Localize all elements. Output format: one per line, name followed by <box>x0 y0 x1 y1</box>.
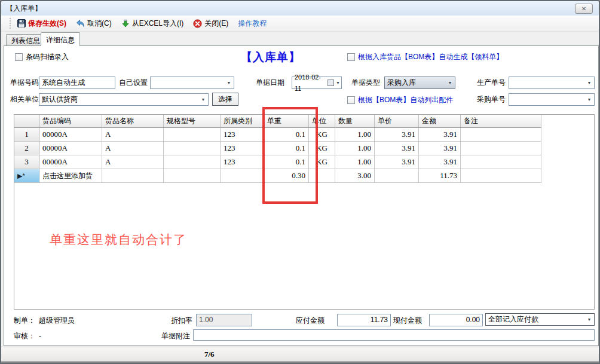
tab-detail-info[interactable]: 详细信息 <box>41 32 80 46</box>
cell-name[interactable]: A <box>102 128 164 142</box>
cell-price[interactable]: 3.91 <box>375 142 419 155</box>
cell-amount-total[interactable]: 11.73 <box>419 169 461 183</box>
col-header-amount[interactable]: 金额 <box>419 115 461 128</box>
col-header-price[interactable]: 单价 <box>375 115 419 128</box>
bom-generate-label: 根据入库货品【BOM表】自动生成【领料单】 <box>358 52 503 62</box>
cell-price[interactable]: 3.91 <box>375 155 419 169</box>
window-close-button[interactable]: ✕ <box>575 4 593 14</box>
row-header[interactable]: 1 <box>14 128 39 142</box>
row-header[interactable]: 3 <box>14 155 39 169</box>
cell-category[interactable]: 123 <box>221 155 264 169</box>
cell-price[interactable]: 3.91 <box>375 128 419 142</box>
chevron-down-icon: ▼ <box>586 94 593 105</box>
related-unit-value: 默认供货商 <box>42 95 78 103</box>
prod-no-label: 生产单号 <box>477 77 506 89</box>
prod-no-combobox[interactable]: ▼ <box>509 77 595 89</box>
chevron-down-icon: ▼ <box>225 77 232 88</box>
add-row-marker-icon[interactable]: ▶* <box>14 169 39 183</box>
doc-type-combobox[interactable]: 采购入库 ▼ <box>384 77 455 89</box>
col-header-unit-weight[interactable]: 单重 <box>264 115 309 128</box>
cell-name[interactable]: A <box>102 142 164 155</box>
cell-unit[interactable]: KG <box>309 155 335 169</box>
cell-category[interactable]: 123 <box>221 142 264 155</box>
maker-label: 制单： <box>14 314 35 326</box>
save-button-label: 保存生效(S) <box>28 19 66 29</box>
paid-input[interactable]: 0.00 <box>429 314 483 326</box>
close-form-button[interactable]: 关闭(E) <box>193 19 228 29</box>
chevron-down-icon: ▼ <box>586 314 593 325</box>
cell-unit-weight[interactable]: 0.1 <box>264 128 309 142</box>
doc-note-input[interactable] <box>193 329 595 341</box>
cell-note[interactable] <box>461 142 541 155</box>
discount-input[interactable]: 1.00 <box>196 314 252 326</box>
cell-unit-weight[interactable]: 0.1 <box>264 142 309 155</box>
chevron-down-icon: ▼ <box>446 77 454 88</box>
cell-name-empty[interactable] <box>102 169 164 183</box>
col-header-category[interactable]: 所属类别 <box>221 115 264 128</box>
bom-list-checkbox[interactable] <box>347 96 355 104</box>
cell-name[interactable]: A <box>102 155 164 169</box>
cell-qty[interactable]: 1.00 <box>335 142 375 155</box>
cell-spec[interactable] <box>164 128 221 142</box>
tab-list-info-label: 列表信息 <box>11 36 40 45</box>
cell-unit[interactable]: KG <box>309 128 335 142</box>
close-form-label: 关闭(E) <box>204 19 228 29</box>
cell-unit-weight[interactable]: 0.1 <box>264 155 309 169</box>
cell-amount[interactable]: 3.91 <box>419 155 461 169</box>
tab-list-info[interactable]: 列表信息 <box>6 34 45 46</box>
cell-note[interactable] <box>461 155 541 169</box>
save-button[interactable]: 保存生效(S) <box>17 19 66 29</box>
cell-note-empty[interactable] <box>461 169 541 183</box>
select-supplier-button[interactable]: 选择 <box>212 93 238 106</box>
cell-code[interactable]: 00000A <box>39 142 102 155</box>
maker-value: 超级管理员 <box>39 314 75 326</box>
cell-price-empty[interactable] <box>375 169 419 183</box>
row-header[interactable]: 2 <box>14 142 39 155</box>
col-header-name[interactable]: 货品名称 <box>102 115 164 128</box>
cell-category-empty[interactable] <box>221 169 264 183</box>
table-row: 2 00000A A 123 0.1 KG 1.00 3.91 3.91 <box>14 142 594 155</box>
self-set-combobox[interactable]: ▼ <box>150 77 234 89</box>
cell-qty[interactable]: 1.00 <box>335 128 375 142</box>
col-header-spec[interactable]: 规格型号 <box>164 115 221 128</box>
cell-qty[interactable]: 1.00 <box>335 155 375 169</box>
doc-no-input[interactable]: 系统自动生成 <box>39 77 115 89</box>
chevron-down-icon: ▼ <box>586 77 593 88</box>
barcode-scan-option: 条码扫描录入 <box>15 52 69 62</box>
payable-input[interactable]: 11.73 <box>337 314 391 326</box>
bom-generate-checkbox[interactable] <box>347 53 355 61</box>
cell-code[interactable]: 00000A <box>39 128 102 142</box>
col-header-code[interactable]: 货品编码 <box>39 115 102 128</box>
doc-date-picker[interactable]: 2018-02-11 ▼ <box>292 77 342 89</box>
doc-type-label: 单据类型 <box>351 77 380 89</box>
barcode-scan-checkbox[interactable] <box>15 53 23 61</box>
related-unit-combobox[interactable]: 默认供货商 ▼ <box>39 93 209 106</box>
cell-spec-empty[interactable] <box>164 169 221 183</box>
cell-category[interactable]: 123 <box>221 128 264 142</box>
cell-unit-weight-total[interactable]: 0.30 <box>264 169 309 183</box>
cell-note[interactable] <box>461 128 541 142</box>
add-item-cell[interactable]: 点击这里添加货品 <box>39 169 102 183</box>
cell-code[interactable]: 00000A <box>39 155 102 169</box>
purchase-no-combobox[interactable]: ▼ <box>509 93 595 106</box>
import-excel-label: 从EXCEL导入(I) <box>132 19 184 29</box>
cell-unit-empty[interactable] <box>309 169 335 183</box>
doc-type-value: 采购入库 <box>387 78 416 87</box>
cell-qty-total[interactable]: 3.00 <box>335 169 375 183</box>
status-bar: 7/6 <box>1 347 599 362</box>
payment-method-combobox[interactable]: 全部记入应付款 ▼ <box>485 313 595 326</box>
cell-unit[interactable]: KG <box>309 142 335 155</box>
col-header-qty[interactable]: 数量 <box>335 115 375 128</box>
cell-spec[interactable] <box>164 155 221 169</box>
cell-spec[interactable] <box>164 142 221 155</box>
cell-amount[interactable]: 3.91 <box>419 142 461 155</box>
calendar-icon <box>327 79 334 86</box>
grid-corner-header[interactable] <box>14 115 39 128</box>
doc-note-label: 单据附注 <box>161 330 190 342</box>
cell-amount[interactable]: 3.91 <box>419 128 461 142</box>
col-header-unit[interactable]: 单位 <box>309 115 335 128</box>
tutorial-link[interactable]: 操作教程 <box>238 19 267 29</box>
cancel-button[interactable]: 取消(C) <box>76 19 112 29</box>
import-excel-button[interactable]: 从EXCEL导入(I) <box>121 19 184 29</box>
col-header-note[interactable]: 备注 <box>461 115 541 128</box>
